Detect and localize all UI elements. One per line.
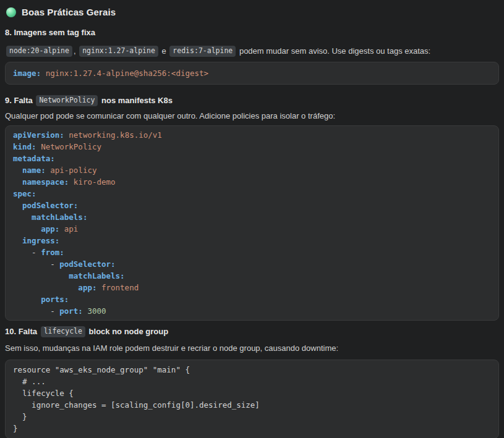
code-line: # ... bbox=[13, 376, 491, 387]
page-title-row: Boas Práticas Gerais bbox=[5, 5, 499, 19]
section-9-paragraph-text: Qualquer pod pode se comunicar com qualq… bbox=[5, 111, 335, 122]
page-title: Boas Práticas Gerais bbox=[22, 7, 116, 17]
code-line: podSelector: bbox=[13, 200, 491, 211]
code-line: spec: bbox=[13, 188, 491, 200]
section-8-heading-text: 8. Imagens sem tag fixa bbox=[5, 27, 95, 39]
code-block-network-policy-yaml: apiVersion: networking.k8s.io/v1kind: Ne… bbox=[5, 125, 499, 321]
section-8-paragraph: node:20-alpine, nginx:1.27-alpine e redi… bbox=[5, 46, 499, 57]
code-line: matchLabels: bbox=[13, 211, 491, 223]
text-run: block no node group bbox=[87, 326, 168, 338]
code-line: - from: bbox=[13, 246, 491, 258]
code-line: metadata: bbox=[13, 153, 491, 164]
text-run: nos manifests K8s bbox=[99, 95, 173, 107]
section-8-heading: 8. Imagens sem tag fixa bbox=[5, 27, 499, 39]
inline-code-chip: NetworkPolicy bbox=[36, 95, 98, 106]
text-run: podem mudar sem aviso. Use digests ou ta… bbox=[237, 46, 430, 57]
code-line: apiVersion: networking.k8s.io/v1 bbox=[13, 129, 491, 141]
code-line: lifecycle { bbox=[13, 387, 491, 399]
inline-code-chip: node:20-alpine bbox=[6, 46, 72, 57]
green-sphere-icon bbox=[6, 7, 16, 17]
code-line: ports: bbox=[13, 293, 491, 305]
section-9-heading: 9. Falta NetworkPolicy nos manifests K8s bbox=[5, 95, 499, 107]
text-run: 9. Falta bbox=[5, 95, 35, 107]
text-run: , bbox=[74, 46, 78, 57]
code-line: ignore_changes = [scaling_config[0].desi… bbox=[13, 399, 491, 411]
inline-code-chip: nginx:1.27-alpine bbox=[79, 46, 158, 57]
section-9-paragraph: Qualquer pod pode se comunicar com qualq… bbox=[5, 111, 499, 122]
code-line: namespace: kiro-demo bbox=[13, 176, 491, 188]
code-line: image: nginx:1.27.4-alpine@sha256:<diges… bbox=[13, 67, 491, 79]
chat-markdown-view: Boas Práticas Gerais 8. Imagens sem tag … bbox=[0, 0, 504, 438]
section-10-paragraph: Sem isso, mudanças na IAM role podem des… bbox=[5, 343, 499, 354]
code-line: kind: NetworkPolicy bbox=[13, 141, 491, 153]
code-line: matchLabels: bbox=[13, 270, 491, 282]
text-run: e bbox=[160, 46, 168, 57]
inline-code-chip: lifecycle bbox=[41, 326, 85, 337]
code-block-lifecycle-terraform: resource "aws_eks_node_group" "main" { #… bbox=[5, 360, 499, 438]
code-line: - port: 3000 bbox=[13, 305, 491, 317]
code-line: - podSelector: bbox=[13, 258, 491, 270]
inline-code-chip: redis:7-alpine bbox=[169, 46, 236, 57]
code-line: resource "aws_eks_node_group" "main" { bbox=[13, 364, 491, 376]
text-run: 10. Falta bbox=[5, 326, 40, 338]
code-line: } bbox=[13, 423, 491, 434]
code-line: name: api-policy bbox=[13, 164, 491, 176]
code-line: app: frontend bbox=[13, 282, 491, 293]
code-line: ingress: bbox=[13, 235, 491, 246]
code-line: app: api bbox=[13, 223, 491, 235]
code-line: } bbox=[13, 411, 491, 423]
code-block-image-digest: image: nginx:1.27.4-alpine@sha256:<diges… bbox=[5, 62, 499, 85]
section-10-paragraph-text: Sem isso, mudanças na IAM role podem des… bbox=[5, 343, 338, 354]
section-10-heading: 10. Falta lifecycle block no node group bbox=[5, 326, 499, 338]
